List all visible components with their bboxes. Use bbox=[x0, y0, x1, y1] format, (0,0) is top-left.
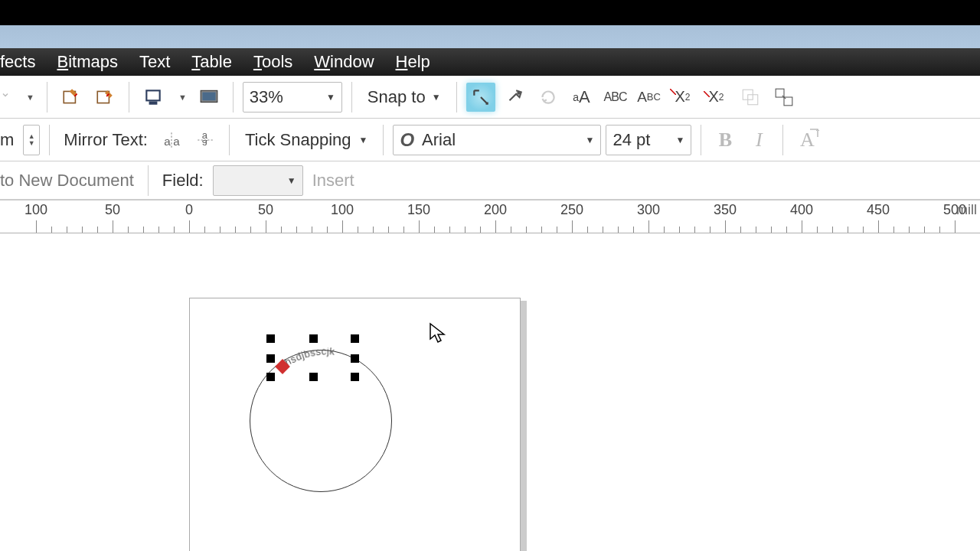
menu-window[interactable]: Window bbox=[303, 49, 384, 75]
tick-label: Tick Snapping bbox=[245, 130, 351, 150]
svg-rect-6 bbox=[202, 92, 215, 100]
menu-effects[interactable]: fects bbox=[0, 49, 46, 75]
chevron-down-icon: ▼ bbox=[586, 135, 595, 145]
menu-bar: fects Bitmaps Text Table Tools Window He… bbox=[0, 48, 980, 76]
to-new-doc-label[interactable]: to New Document bbox=[0, 171, 139, 191]
launch-icon[interactable] bbox=[500, 83, 529, 112]
menu-tools[interactable]: Tools bbox=[243, 49, 303, 75]
offset-spinner[interactable]: ▲▼ bbox=[23, 125, 40, 155]
publish-pdf-icon[interactable] bbox=[139, 83, 168, 112]
ruler-number: 300 bbox=[637, 202, 660, 218]
font-size-value: 24 pt bbox=[612, 130, 650, 150]
svg-rect-3 bbox=[147, 91, 158, 99]
property-bar: m ▲▼ Mirror Text: aa aa Tick Snapping ▼ … bbox=[0, 119, 980, 161]
selection-handle[interactable] bbox=[309, 373, 318, 381]
zoom-level-combo[interactable]: 33% ▼ bbox=[243, 82, 342, 112]
svg-line-9 bbox=[704, 91, 710, 97]
fullscreen-preview-icon[interactable] bbox=[194, 83, 224, 112]
snap-to-combo[interactable]: Snap to ▼ bbox=[361, 82, 447, 112]
font-glyph-icon: O bbox=[400, 129, 414, 151]
subscript-icon[interactable]: X2 bbox=[668, 83, 697, 112]
text-style-icon[interactable]: A bbox=[792, 126, 822, 155]
font-name: Arial bbox=[422, 130, 456, 150]
ruler-number: 100 bbox=[24, 202, 47, 218]
selection-handle[interactable] bbox=[309, 334, 318, 343]
export-icon[interactable] bbox=[90, 83, 119, 112]
selection-handle[interactable] bbox=[266, 354, 275, 363]
chevron-down-icon[interactable]: ▼ bbox=[23, 93, 38, 102]
svg-line-8 bbox=[670, 89, 676, 95]
selection-handle[interactable] bbox=[351, 373, 359, 381]
menu-help[interactable]: Help bbox=[385, 49, 441, 75]
snap-label: Snap to bbox=[368, 87, 426, 107]
standard-toolbar: ▼ ▼ 33% ▼ Snap to ▼ aA ABC ABC X2 X2 bbox=[0, 76, 980, 119]
ruler-number: 50 bbox=[258, 202, 273, 218]
ruler-number: 100 bbox=[331, 202, 354, 218]
macro-toolbar: to New Document Field: ▼ Insert bbox=[0, 161, 980, 200]
menu-bitmaps[interactable]: Bitmaps bbox=[46, 49, 128, 75]
italic-button[interactable]: I bbox=[744, 126, 773, 155]
options-icon[interactable] bbox=[466, 83, 495, 112]
ruler-number: 0 bbox=[185, 202, 193, 218]
chevron-down-icon: ▼ bbox=[326, 92, 335, 103]
menu-text[interactable]: Text bbox=[129, 49, 181, 75]
chevron-down-icon[interactable]: ▼ bbox=[175, 93, 190, 102]
import-icon[interactable] bbox=[57, 83, 86, 112]
page-shadow bbox=[521, 301, 527, 551]
tick-snapping-combo[interactable]: Tick Snapping ▼ bbox=[239, 125, 374, 155]
horizontal-ruler[interactable]: 10050050100150200250300350400450500 mill bbox=[0, 200, 980, 233]
text-case-icon[interactable]: aA bbox=[567, 83, 596, 112]
refresh-icon[interactable] bbox=[534, 83, 563, 112]
ruler-number: 200 bbox=[484, 202, 507, 218]
ruler-number: 450 bbox=[867, 202, 890, 218]
svg-text:a: a bbox=[173, 134, 180, 147]
font-size-combo[interactable]: 24 pt ▼ bbox=[606, 125, 691, 155]
selection-handle[interactable] bbox=[266, 334, 275, 343]
svg-text:a: a bbox=[202, 138, 208, 149]
ruler-unit: mill bbox=[956, 202, 977, 218]
bold-button[interactable]: B bbox=[710, 126, 740, 155]
ruler-number: 50 bbox=[105, 202, 120, 218]
svg-rect-4 bbox=[149, 101, 157, 104]
mirror-text-label: Mirror Text: bbox=[59, 130, 152, 150]
chevron-down-icon: ▼ bbox=[359, 135, 368, 145]
group-icon bbox=[736, 83, 765, 112]
paste-dropdown-icon[interactable] bbox=[0, 83, 15, 112]
selection-handle[interactable] bbox=[266, 373, 275, 381]
all-caps-icon[interactable]: ABC bbox=[601, 83, 630, 112]
window-titlebar-fragment bbox=[0, 25, 980, 48]
menu-table[interactable]: Table bbox=[181, 49, 243, 75]
small-caps-icon[interactable]: ABC bbox=[635, 83, 664, 112]
selection-handle[interactable] bbox=[351, 334, 359, 343]
superscript-icon[interactable]: X2 bbox=[702, 83, 731, 112]
chevron-down-icon: ▼ bbox=[287, 175, 296, 186]
offset-label: m bbox=[0, 130, 18, 150]
field-combo[interactable]: ▼ bbox=[213, 165, 303, 196]
field-label: Field: bbox=[158, 171, 208, 191]
insert-button[interactable]: Insert bbox=[308, 171, 359, 191]
ruler-number: 150 bbox=[407, 202, 430, 218]
zoom-value: 33% bbox=[250, 87, 283, 107]
drawing-canvas[interactable]: ahsdjbsscjk bbox=[0, 233, 980, 551]
selection-handle[interactable] bbox=[351, 354, 359, 363]
mirror-vertical-icon[interactable]: aa bbox=[191, 126, 220, 155]
svg-text:a: a bbox=[164, 134, 171, 147]
font-family-combo[interactable]: O Arial ▼ bbox=[393, 125, 601, 155]
ruler-number: 400 bbox=[790, 202, 813, 218]
chevron-down-icon: ▼ bbox=[432, 92, 441, 103]
letterbox-top bbox=[0, 0, 980, 25]
chevron-down-icon: ▼ bbox=[676, 135, 685, 145]
svg-point-7 bbox=[517, 91, 520, 94]
ruler-number: 350 bbox=[714, 202, 737, 218]
ruler-number: 250 bbox=[560, 202, 583, 218]
mirror-horizontal-icon[interactable]: aa bbox=[157, 126, 186, 155]
ungroup-icon[interactable] bbox=[769, 83, 799, 112]
